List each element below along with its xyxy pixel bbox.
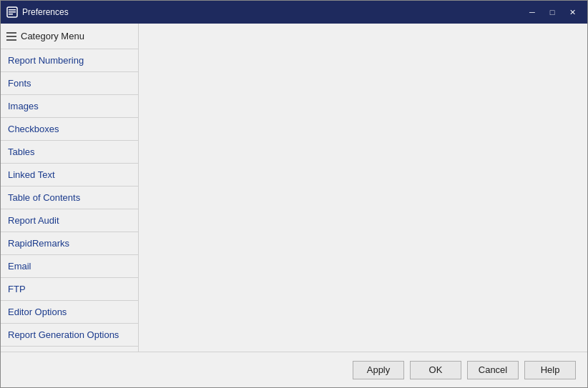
sidebar-item-email[interactable]: Email <box>1 255 138 278</box>
sidebar-item-checkboxes[interactable]: Checkboxes <box>1 118 138 141</box>
sidebar-item-fonts[interactable]: Fonts <box>1 72 138 95</box>
title-bar-left: Preferences <box>6 6 69 18</box>
apply-button[interactable]: Apply <box>353 361 404 379</box>
title-bar: Preferences ─ □ ✕ <box>1 1 587 24</box>
close-button[interactable]: ✕ <box>563 4 582 20</box>
sidebar-item-rapid-remarks[interactable]: RapidRemarks <box>1 232 138 255</box>
sidebar-item-linked-text[interactable]: Linked Text <box>1 164 138 186</box>
sidebar-item-report-generation-options[interactable]: Report Generation Options <box>1 324 138 347</box>
sidebar-item-report-audit[interactable]: Report Audit <box>1 209 138 232</box>
sidebar-item-report-numbering[interactable]: Report Numbering <box>1 49 138 72</box>
sidebar-item-ftp[interactable]: FTP <box>1 278 138 301</box>
svg-rect-3 <box>9 14 13 15</box>
minimize-button[interactable]: ─ <box>523 4 542 20</box>
sidebar-item-table-of-contents[interactable]: Table of Contents <box>1 186 138 209</box>
sidebar-item-editor-options[interactable]: Editor Options <box>1 301 138 324</box>
svg-rect-1 <box>9 9 16 11</box>
content-area: Category Menu Report Numbering Fonts Ima… <box>1 24 587 352</box>
maximize-button[interactable]: □ <box>543 4 562 20</box>
sidebar-item-images[interactable]: Images <box>1 95 138 118</box>
footer: Apply OK Cancel Help <box>1 352 587 387</box>
cancel-button[interactable]: Cancel <box>467 361 519 379</box>
hamburger-icon <box>6 32 16 41</box>
title-bar-controls: ─ □ ✕ <box>523 4 582 20</box>
sidebar-item-tables[interactable]: Tables <box>1 141 138 164</box>
preferences-icon <box>6 6 18 18</box>
sidebar: Category Menu Report Numbering Fonts Ima… <box>1 24 139 352</box>
category-menu-header: Category Menu <box>1 24 138 49</box>
main-panel <box>139 24 587 352</box>
ok-button[interactable]: OK <box>410 361 461 379</box>
category-menu-label: Category Menu <box>21 31 84 41</box>
preferences-window: Preferences ─ □ ✕ Category Menu Report N… <box>0 0 588 388</box>
window-title: Preferences <box>22 7 69 17</box>
help-button[interactable]: Help <box>524 361 576 379</box>
svg-rect-2 <box>9 11 16 13</box>
